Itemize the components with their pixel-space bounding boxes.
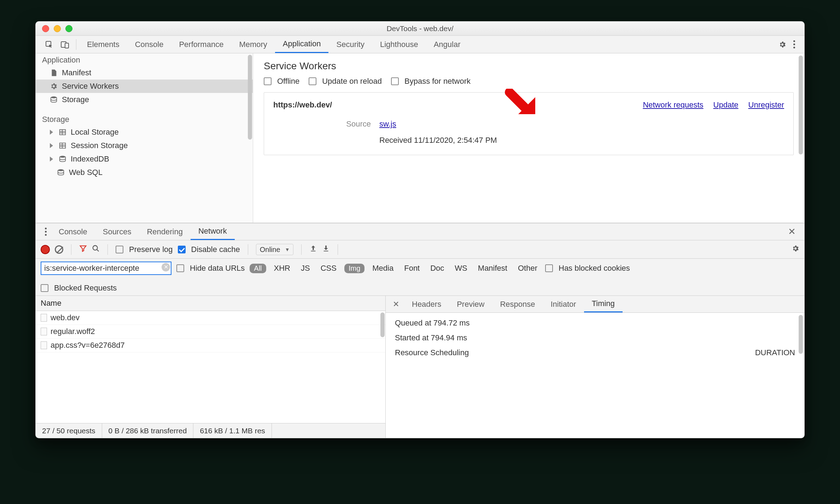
source-label: Source	[273, 119, 379, 129]
sw-source-link[interactable]: sw.js	[379, 119, 396, 128]
tab-security[interactable]: Security	[328, 36, 372, 53]
scrollbar-thumb[interactable]	[248, 55, 252, 140]
drawer-tabs: Console Sources Rendering Network ✕	[36, 223, 804, 240]
network-settings-icon[interactable]	[792, 245, 799, 254]
filter-type-other[interactable]: Other	[515, 263, 540, 274]
network-toolbar: Preserve log Disable cache Online	[36, 240, 804, 259]
file-icon	[41, 341, 47, 349]
request-row[interactable]: web.dev	[36, 311, 385, 325]
filter-type-ws[interactable]: WS	[452, 263, 470, 274]
sidebar-item-local-storage[interactable]: Local Storage	[36, 125, 253, 139]
close-detail-icon[interactable]: ✕	[388, 300, 404, 309]
detail-tab-preview[interactable]: Preview	[449, 296, 492, 312]
unregister-link[interactable]: Unregister	[748, 100, 784, 110]
database-icon	[57, 169, 65, 176]
request-row[interactable]: app.css?v=6e2768d7	[36, 339, 385, 352]
filter-input[interactable]	[41, 262, 171, 275]
settings-icon[interactable]	[775, 36, 790, 53]
clear-filter-icon[interactable]: ✕	[162, 263, 170, 271]
upload-icon[interactable]	[309, 245, 317, 254]
column-name[interactable]: Name	[36, 296, 385, 311]
offline-checkbox[interactable]: Offline	[264, 77, 299, 86]
tab-application[interactable]: Application	[275, 36, 329, 53]
hide-data-urls-checkbox[interactable]: Hide data URLs	[176, 264, 245, 273]
svg-point-3	[51, 96, 57, 99]
status-transferred: 0 B / 286 kB transferred	[102, 423, 194, 438]
expand-icon[interactable]	[50, 143, 53, 148]
request-detail-panel: ✕ Headers Preview Response Initiator Tim…	[386, 296, 804, 438]
filter-type-all[interactable]: All	[250, 264, 266, 273]
tab-lighthouse[interactable]: Lighthouse	[372, 36, 426, 53]
throttling-select[interactable]: Online	[256, 244, 293, 255]
update-on-reload-checkbox[interactable]: Update on reload	[309, 77, 382, 86]
sidebar-item-websql[interactable]: Web SQL	[36, 166, 253, 179]
preserve-log-checkbox[interactable]: Preserve log	[116, 245, 173, 254]
detail-tab-headers[interactable]: Headers	[404, 296, 449, 312]
has-blocked-cookies-checkbox[interactable]: Has blocked cookies	[545, 264, 630, 273]
main-tabs: Elements Console Performance Memory Appl…	[36, 36, 804, 53]
scrollbar-thumb[interactable]	[799, 55, 803, 154]
drawer-close-icon[interactable]: ✕	[784, 226, 799, 237]
sidebar-section-application: Application	[36, 53, 253, 66]
blocked-requests-checkbox[interactable]: Blocked Requests	[41, 283, 117, 293]
scrollbar-thumb[interactable]	[380, 312, 385, 337]
filter-icon[interactable]	[79, 245, 87, 254]
sidebar-item-label: Session Storage	[71, 141, 128, 150]
sidebar-item-indexeddb[interactable]: IndexedDB	[36, 152, 253, 166]
tab-console[interactable]: Console	[127, 36, 171, 53]
disable-cache-checkbox[interactable]: Disable cache	[178, 245, 240, 254]
sidebar-item-label: Manifest	[62, 68, 91, 77]
timing-panel: Queued at 794.72 ms Started at 794.94 ms…	[386, 313, 804, 438]
record-button[interactable]	[41, 245, 50, 254]
more-icon[interactable]	[790, 36, 799, 53]
application-sidebar: Application Manifest Service Workers Sto…	[36, 53, 253, 223]
device-toggle-icon[interactable]	[57, 36, 73, 53]
tab-memory[interactable]: Memory	[231, 36, 275, 53]
tab-angular[interactable]: Angular	[426, 36, 468, 53]
search-icon[interactable]	[92, 245, 100, 254]
file-icon	[41, 314, 47, 322]
sidebar-item-session-storage[interactable]: Session Storage	[36, 139, 253, 152]
drawer-more-icon[interactable]	[41, 228, 51, 236]
sidebar-item-label: Storage	[62, 95, 89, 104]
detail-tabs: ✕ Headers Preview Response Initiator Tim…	[386, 296, 804, 313]
drawer-tab-network[interactable]: Network	[191, 223, 235, 240]
filter-type-js[interactable]: JS	[298, 263, 313, 274]
detail-tab-initiator[interactable]: Initiator	[543, 296, 584, 312]
titlebar: DevTools - web.dev/	[36, 22, 804, 36]
drawer-tab-rendering[interactable]: Rendering	[139, 223, 191, 240]
sidebar-item-service-workers[interactable]: Service Workers	[36, 80, 253, 93]
drawer-tab-sources[interactable]: Sources	[95, 223, 139, 240]
sw-received-value: Received 11/11/2020, 2:54:47 PM	[379, 136, 497, 145]
sidebar-item-manifest[interactable]: Manifest	[36, 66, 253, 80]
request-row[interactable]: regular.woff2	[36, 325, 385, 339]
bypass-network-checkbox[interactable]: Bypass for network	[391, 77, 471, 86]
svg-point-6	[60, 156, 66, 158]
drawer-tab-console[interactable]: Console	[51, 223, 95, 240]
filter-type-doc[interactable]: Doc	[427, 263, 447, 274]
detail-tab-timing[interactable]: Timing	[584, 296, 623, 312]
filter-type-css[interactable]: CSS	[318, 263, 339, 274]
database-icon	[59, 155, 66, 163]
network-requests-link[interactable]: Network requests	[643, 100, 703, 110]
tab-performance[interactable]: Performance	[171, 36, 231, 53]
clear-button[interactable]	[55, 245, 63, 254]
svg-point-8	[93, 245, 98, 250]
filter-type-font[interactable]: Font	[401, 263, 422, 274]
filter-type-xhr[interactable]: XHR	[271, 263, 293, 274]
panel-heading: Service Workers	[264, 60, 794, 72]
expand-icon[interactable]	[50, 157, 53, 162]
expand-icon[interactable]	[50, 130, 53, 135]
sidebar-item-storage[interactable]: Storage	[36, 93, 253, 106]
download-icon[interactable]	[322, 245, 330, 254]
detail-tab-response[interactable]: Response	[492, 296, 543, 312]
update-link[interactable]: Update	[713, 100, 739, 110]
tab-elements[interactable]: Elements	[79, 36, 127, 53]
svg-point-7	[58, 169, 64, 171]
filter-type-img[interactable]: Img	[344, 264, 364, 273]
gear-icon	[50, 82, 58, 90]
scrollbar-thumb[interactable]	[799, 315, 803, 354]
filter-type-manifest[interactable]: Manifest	[475, 263, 510, 274]
filter-type-media[interactable]: Media	[369, 263, 396, 274]
inspect-icon[interactable]	[41, 36, 57, 53]
